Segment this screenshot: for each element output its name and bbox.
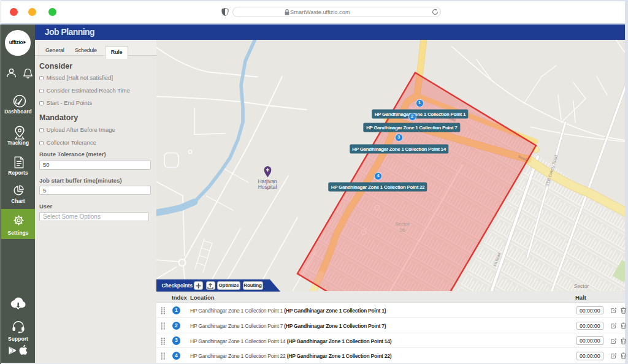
svg-text:Hospital: Hospital <box>258 184 277 190</box>
svg-text:Sector: Sector <box>574 283 589 289</box>
svg-text:Sector: Sector <box>395 221 409 227</box>
svg-text:26: 26 <box>400 227 405 233</box>
